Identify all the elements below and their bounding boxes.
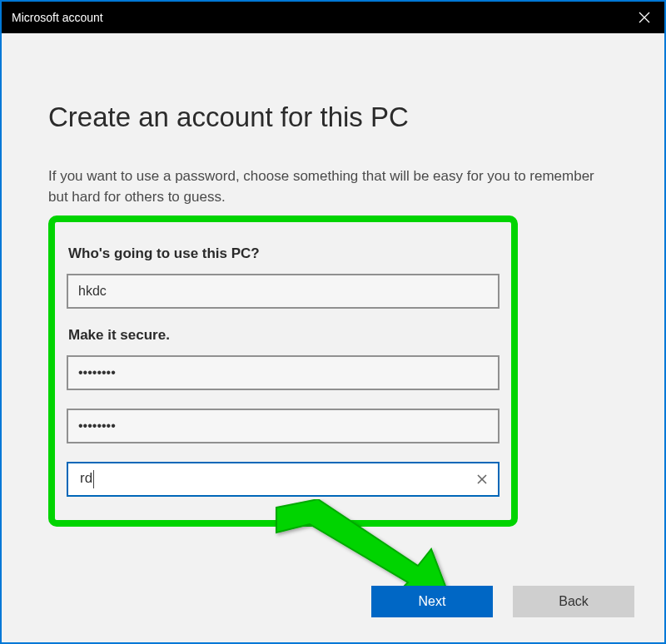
clear-icon [476, 473, 488, 485]
text-caret [93, 470, 94, 488]
annotation-highlight-box: Who's going to use this PC? hkdc Make it… [48, 215, 518, 527]
password-hint-value: rd [80, 470, 473, 488]
password-input[interactable]: •••••••• [67, 355, 500, 390]
password-value: •••••••• [78, 365, 116, 380]
username-value: hkdc [78, 284, 107, 299]
password-hint-input[interactable]: rd [67, 462, 500, 497]
back-button[interactable]: Back [513, 586, 634, 617]
window: Microsoft account Create an account for … [0, 0, 666, 644]
content-area: Create an account for this PC If you wan… [2, 33, 664, 642]
clear-hint-button[interactable] [473, 470, 491, 488]
footer-buttons: Next Back [371, 586, 634, 617]
username-label: Who's going to use this PC? [68, 245, 500, 262]
close-button[interactable] [624, 2, 664, 33]
password-section-label: Make it secure. [68, 327, 500, 344]
confirm-password-value: •••••••• [78, 419, 116, 433]
window-title: Microsoft account [12, 11, 103, 24]
page-title: Create an account for this PC [48, 102, 618, 133]
close-icon [639, 12, 650, 23]
titlebar: Microsoft account [2, 2, 664, 33]
next-button[interactable]: Next [371, 586, 493, 617]
back-button-label: Back [559, 594, 589, 609]
confirm-password-input[interactable]: •••••••• [67, 409, 500, 443]
next-button-label: Next [419, 594, 446, 609]
username-input[interactable]: hkdc [67, 274, 500, 309]
page-subtext: If you want to use a password, choose so… [48, 166, 618, 207]
